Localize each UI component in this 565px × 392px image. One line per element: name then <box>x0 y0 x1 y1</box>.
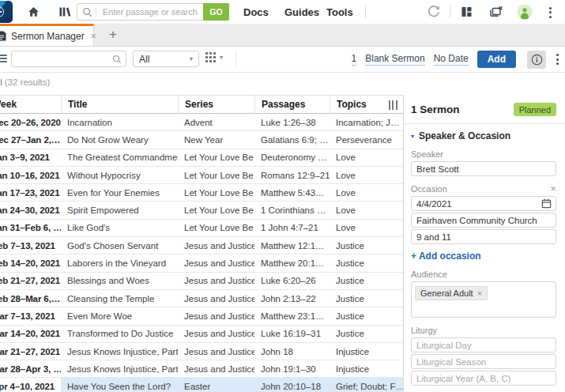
cell-series: Easter <box>178 378 254 392</box>
calendar-icon[interactable] <box>541 198 552 209</box>
remove-tag-icon[interactable]: × <box>477 289 482 298</box>
section-speaker-occasion[interactable]: ▾ Speaker & Occasion <box>411 130 556 141</box>
cell-week: Apr 4–10, 2021 <box>0 378 61 392</box>
table-row[interactable]: Jan 10–16, 2021Without HypocrisyLet Your… <box>0 167 403 184</box>
app-logo-icon[interactable] <box>0 1 13 23</box>
occasion-date-input[interactable] <box>411 196 556 211</box>
tab-close-icon[interactable]: × <box>91 32 96 41</box>
table-row[interactable]: Feb 28–Mar 6,…Cleansing the TempleJesus … <box>0 290 403 307</box>
topbar-separator <box>365 6 366 18</box>
info-button[interactable] <box>527 51 546 69</box>
filter-all-select[interactable]: All ▾ <box>133 51 199 67</box>
cell-passages: 1 John 4:7–21 <box>254 220 330 236</box>
cell-week: Feb 28–Mar 6,… <box>0 290 61 307</box>
occasion-location-input[interactable] <box>411 213 556 228</box>
sermon-table: WeekTitleSeriesPassagesTopics Dec 20–26,… <box>0 95 403 392</box>
stage: GO Docs Guides Tools Sermon Manager × + <box>0 0 565 392</box>
audience-field[interactable]: General Adult × <box>411 281 556 318</box>
liturgical-season-input[interactable] <box>411 354 556 369</box>
toolbar-kebab-menu-icon[interactable] <box>555 52 560 66</box>
liturgical-day-input[interactable] <box>411 337 556 352</box>
occasion-time-input[interactable] <box>411 229 556 244</box>
user-account-icon[interactable] <box>517 4 533 20</box>
column-options-icon[interactable] <box>389 100 397 110</box>
cell-series: Jesus and Justice <box>178 307 254 324</box>
sermon-search-box[interactable] <box>11 51 126 67</box>
sync-icon[interactable] <box>427 5 441 19</box>
sermon-search-input[interactable] <box>17 54 112 65</box>
new-sermon-date-field[interactable]: No Date <box>434 53 469 66</box>
column-header-passages[interactable]: Passages <box>254 96 330 113</box>
cell-topics: Love <box>330 149 403 166</box>
cell-title: Do Not Grow Weary <box>61 131 178 148</box>
cell-series: Let Your Love Be … <box>178 202 254 218</box>
cell-series: Jesus and Justice <box>178 254 254 271</box>
sermon-manager-tab-icon <box>0 31 6 41</box>
cell-series: Let Your Love Be … <box>178 149 254 166</box>
global-search-box[interactable]: GO <box>77 3 229 21</box>
view-options-dropdown[interactable]: ▾ <box>205 52 223 62</box>
table-row[interactable]: Mar 7–13, 2021Even More WoeJesus and Jus… <box>0 307 403 325</box>
cell-topics: Perseverance <box>330 131 403 148</box>
add-sermon-button[interactable]: Add <box>477 51 516 68</box>
speaker-input[interactable] <box>411 161 556 176</box>
liturgy-label: Liturgy <box>411 326 556 335</box>
table-row[interactable]: Dec 27–Jan 2,…Do Not Grow WearyNew YearG… <box>0 131 403 149</box>
panel-menu-icon[interactable] <box>0 55 7 64</box>
table-row[interactable]: Feb 7–13, 2021God's Chosen ServantJesus … <box>0 237 403 254</box>
results-filter-label[interactable]: All <box>0 77 2 87</box>
cell-topics: Justice <box>330 290 403 307</box>
go-button[interactable]: GO <box>203 3 229 21</box>
menu-docs[interactable]: Docs <box>243 6 269 18</box>
cell-title: Jesus Knows Injustice, Part 1 <box>61 343 178 360</box>
library-icon[interactable] <box>58 6 72 18</box>
topbar-kebab-menu-icon[interactable] <box>548 6 553 20</box>
table-row[interactable]: Feb 14–20, 2021Laborers in the VineyardJ… <box>0 254 403 272</box>
table-row[interactable]: Jan 31–Feb 6, …Like God'sLet Your Love B… <box>0 220 403 237</box>
global-search-input[interactable] <box>101 6 203 17</box>
table-row[interactable]: Jan 24–30, 2021Spirit EmpoweredLet Your … <box>0 202 403 219</box>
close-all-panels-icon[interactable] <box>488 6 503 18</box>
cell-title: Have You Seen the Lord? <box>61 378 178 392</box>
new-sermon-count-field[interactable]: 1 <box>352 53 357 66</box>
table-row[interactable]: Dec 20–26, 2020IncarnationAdventLuke 1:2… <box>0 114 403 131</box>
table-row[interactable]: Mar 21–27, 2021Jesus Knows Injustice, Pa… <box>0 343 403 360</box>
remove-occasion-icon[interactable]: × <box>550 183 556 194</box>
audience-tag: General Adult × <box>415 286 488 300</box>
liturgical-year-input[interactable] <box>411 371 556 386</box>
cell-series: Jesus and Justice <box>178 343 254 360</box>
status-badge[interactable]: Planned <box>514 103 556 116</box>
cell-title: The Greatest Commandment <box>61 149 178 166</box>
cell-title: Even More Woe <box>61 307 178 324</box>
cell-passages: John 2:13–22 <box>254 290 330 307</box>
home-icon[interactable] <box>27 6 40 18</box>
cell-topics: Grief; Doubt; F… <box>330 378 403 392</box>
table-row[interactable]: Jan 17–23, 2021Even for Your EnemiesLet … <box>0 184 403 202</box>
column-header-title[interactable]: Title <box>61 96 178 113</box>
new-sermon-type-field[interactable]: Blank Sermon <box>365 53 424 66</box>
tab-sermon-manager[interactable]: Sermon Manager × <box>0 24 94 46</box>
cell-topics: Injustice <box>330 360 403 377</box>
layouts-icon[interactable] <box>460 6 473 18</box>
audience-label: Audience <box>411 270 556 279</box>
table-row[interactable]: Feb 21–27, 2021Blessings and WoesJesus a… <box>0 273 403 290</box>
add-occasion-link[interactable]: + Add occasion <box>411 251 556 262</box>
cell-topics: Injustice <box>330 343 403 360</box>
cell-topics: Justice <box>330 307 403 324</box>
cell-passages: Deuteronomy … <box>254 149 330 166</box>
table-row[interactable]: Jan 3–9, 2021The Greatest CommandmentLet… <box>0 149 403 167</box>
table-row[interactable]: Mar 28–Apr 3, …Jesus Knows Injustice, Pa… <box>0 360 403 378</box>
cell-week: Feb 21–27, 2021 <box>0 273 61 289</box>
chevron-down-icon: ▾ <box>190 55 193 62</box>
menu-tools[interactable]: Tools <box>326 6 353 18</box>
column-header-week[interactable]: Week <box>0 96 61 113</box>
new-tab-button[interactable]: + <box>103 24 123 46</box>
menu-guides[interactable]: Guides <box>284 6 319 18</box>
table-row[interactable]: Mar 14–20, 2021Transformed to Do Justice… <box>0 326 403 343</box>
cell-series: Jesus and Justice <box>178 290 254 307</box>
table-row[interactable]: Apr 4–10, 2021Have You Seen the Lord?Eas… <box>0 378 403 392</box>
column-header-series[interactable]: Series <box>178 96 254 113</box>
table-body: Dec 20–26, 2020IncarnationAdventLuke 1:2… <box>0 114 403 392</box>
tab-label: Sermon Manager <box>11 31 85 42</box>
logo-cross-icon <box>0 6 4 17</box>
